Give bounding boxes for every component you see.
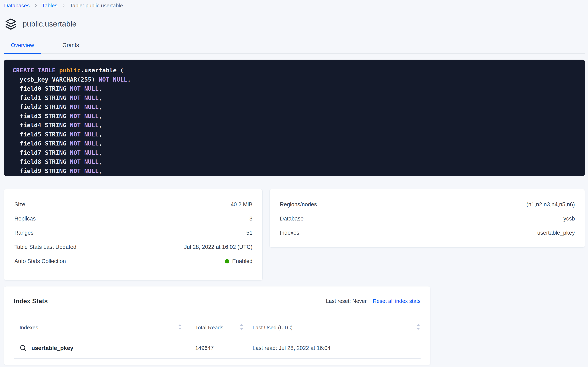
chevron-right-icon xyxy=(34,3,38,8)
tab-bar: Overview Grants xyxy=(4,35,585,54)
sql-code-line: field4 STRING NOT NULL, xyxy=(13,121,585,130)
tab-grants[interactable]: Grants xyxy=(52,42,90,54)
breadcrumb-link-databases[interactable]: Databases xyxy=(4,2,30,9)
sql-code-line: CREATE TABLE public.usertable ( xyxy=(13,66,585,75)
create-table-statement: CREATE TABLE public.usertable ( ycsb_key… xyxy=(4,60,585,176)
page-header: public.usertable xyxy=(5,17,76,31)
index-stats-controls: Last reset: Never Reset all index stats xyxy=(326,298,421,307)
stat-row: Replicas3 xyxy=(14,215,252,222)
index-stats-card: Index Stats Last reset: Never Reset all … xyxy=(4,286,431,365)
magnifier-icon xyxy=(19,344,27,352)
sql-code-line: field0 STRING NOT NULL, xyxy=(13,84,585,93)
column-header-last-used[interactable]: Last Used (UTC) xyxy=(244,317,421,338)
last-used-cell: Last read: Jul 28, 2022 at 16:04 xyxy=(244,345,421,351)
sql-code-line: field9 STRING NOT NULL, xyxy=(13,167,585,176)
stat-row: Size40.2 MiB xyxy=(14,201,252,208)
stat-row: Table Stats Last UpdatedJul 28, 2022 at … xyxy=(14,244,252,250)
breadcrumb-current: Table: public.usertable xyxy=(70,2,123,9)
status-enabled-dot-icon xyxy=(225,259,229,263)
stat-value: Jul 28, 2022 at 16:02 (UTC) xyxy=(184,244,252,250)
stat-label: Size xyxy=(14,201,25,208)
tab-overview[interactable]: Overview xyxy=(4,42,41,54)
sort-arrows-icon xyxy=(416,324,421,332)
column-header-total-reads[interactable]: Total Reads xyxy=(182,317,244,338)
stat-row: Auto Stats CollectionEnabled xyxy=(14,258,252,265)
table-details-card: Size40.2 MiBReplicas3Ranges51Table Stats… xyxy=(4,189,263,281)
sql-code-line: field1 STRING NOT NULL, xyxy=(13,93,585,102)
stat-value: Enabled xyxy=(225,258,252,265)
chevron-right-icon xyxy=(61,3,66,8)
stat-label: Ranges xyxy=(14,230,33,236)
stat-label: Database xyxy=(280,215,304,222)
sql-code-line: field7 STRING NOT NULL, xyxy=(13,148,585,157)
stat-value: ycsb xyxy=(563,215,575,222)
sql-code-line: field6 STRING NOT NULL, xyxy=(13,139,585,148)
stat-row: Ranges51 xyxy=(14,230,252,236)
stat-label: Auto Stats Collection xyxy=(14,258,66,265)
table-meta-card: Regions/nodes(n1,n2,n3,n4,n5,n6)Database… xyxy=(269,189,585,248)
index-table-row: usertable_pkey 149647 Last read: Jul 28,… xyxy=(14,338,421,359)
stat-label: Replicas xyxy=(14,215,36,222)
column-header-label: Indexes xyxy=(19,325,38,331)
breadcrumb: Databases Tables Table: public.usertable xyxy=(4,2,123,9)
stat-value: 40.2 MiB xyxy=(231,201,252,208)
stat-value: (n1,n2,n3,n4,n5,n6) xyxy=(526,201,575,208)
breadcrumb-link-tables[interactable]: Tables xyxy=(42,2,57,9)
column-header-label: Last Used (UTC) xyxy=(252,325,293,331)
last-reset-label[interactable]: Last reset: Never xyxy=(326,298,366,307)
column-header-indexes[interactable]: Indexes xyxy=(14,317,182,338)
index-table-header: Indexes Total Reads Last Used (UTC) xyxy=(14,317,421,338)
sql-code: CREATE TABLE public.usertable ( ycsb_key… xyxy=(13,66,585,175)
stat-value: 3 xyxy=(249,215,252,222)
page-title: public.usertable xyxy=(23,20,76,28)
stat-label: Indexes xyxy=(280,230,299,236)
table-layers-icon xyxy=(5,18,17,30)
sql-code-line: field2 STRING NOT NULL, xyxy=(13,102,585,112)
sort-arrows-icon xyxy=(178,324,182,332)
index-name-cell[interactable]: usertable_pkey xyxy=(14,344,182,352)
column-header-label: Total Reads xyxy=(195,325,223,331)
sort-arrows-icon xyxy=(239,324,244,332)
reset-index-stats-link[interactable]: Reset all index stats xyxy=(373,298,421,304)
index-name: usertable_pkey xyxy=(32,345,73,351)
stat-row: Regions/nodes(n1,n2,n3,n4,n5,n6) xyxy=(280,201,575,208)
sql-code-line: field3 STRING NOT NULL, xyxy=(13,112,585,121)
stat-label: Regions/nodes xyxy=(280,201,317,208)
sql-code-line: field5 STRING NOT NULL, xyxy=(13,130,585,139)
stat-row: Databaseycsb xyxy=(280,215,575,222)
stat-label: Table Stats Last Updated xyxy=(14,244,76,250)
stat-row: Indexesusertable_pkey xyxy=(280,230,575,236)
stat-value: 51 xyxy=(246,230,252,236)
stat-value: usertable_pkey xyxy=(537,230,575,236)
total-reads-cell: 149647 xyxy=(182,345,244,351)
index-stats-title: Index Stats xyxy=(14,298,48,305)
sql-code-line: ycsb_key VARCHAR(255) NOT NULL, xyxy=(13,75,585,84)
sql-code-line: field8 STRING NOT NULL, xyxy=(13,157,585,167)
